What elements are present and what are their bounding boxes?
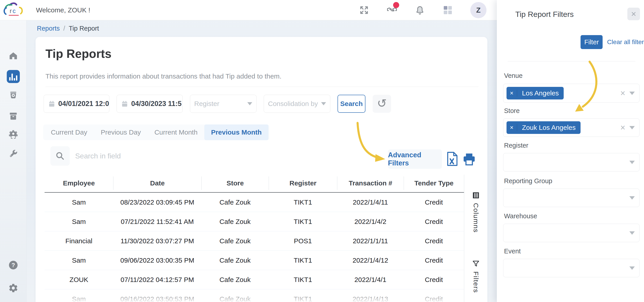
reporting-group-select[interactable] [503, 188, 640, 207]
chip-label: Los Angeles [517, 89, 564, 97]
chevron-down-icon[interactable] [629, 196, 635, 200]
register-panel-select[interactable] [503, 153, 640, 172]
tab-current-month[interactable]: Current Month [148, 124, 204, 140]
column-header-date[interactable]: Date [113, 176, 202, 190]
warehouse-label: Warehouse [504, 212, 537, 220]
chevron-down-icon[interactable] [629, 231, 635, 235]
event-label: Event [504, 248, 521, 255]
cell-register: TIKT1 [269, 290, 337, 302]
register-placeholder: Register [194, 100, 220, 108]
apps-grid-icon[interactable] [442, 5, 453, 16]
reset-button[interactable]: ↺ [373, 95, 391, 113]
date-from-input[interactable]: 04/01/2021 12:0 [44, 95, 109, 113]
cell-date: 11/30/2022 03:07:27 PM [113, 231, 202, 251]
user-avatar[interactable]: Z [470, 2, 486, 18]
date-from-value: 04/01/2021 12:0 [58, 100, 109, 108]
reporting-group-label: Reporting Group [504, 177, 552, 185]
table-row[interactable]: Sam 09/16/2022 03:50:53 PM Cafe Zouk TIK… [44, 290, 464, 302]
chip-remove-icon[interactable]: × [506, 124, 517, 131]
chip-remove-icon[interactable]: × [506, 90, 517, 97]
clear-icon[interactable]: × [620, 89, 625, 98]
page-title: Tip Reports [46, 47, 112, 60]
cell-tender-type: Credit [404, 290, 464, 302]
reports-chart-icon[interactable] [7, 70, 20, 83]
svg-text:c: c [12, 8, 16, 14]
notifications-bell-icon[interactable] [414, 5, 425, 16]
warehouse-select[interactable] [503, 224, 640, 242]
consolidation-select[interactable]: Consolidation by [264, 95, 330, 113]
tab-previous-month[interactable]: Previous Month [204, 124, 268, 140]
clear-all-filters-link[interactable]: Clear all filters [607, 35, 644, 49]
table-header: Employee Date Store Register Transaction… [44, 174, 464, 193]
register-select[interactable]: Register [190, 95, 256, 113]
cell-transaction: 2022/1/4/1 [337, 270, 404, 290]
topbar-icons: Z [359, 0, 486, 20]
tab-current-day[interactable]: Current Day [44, 124, 94, 140]
tab-previous-day[interactable]: Previous Day [94, 124, 148, 140]
search-button[interactable]: Search [338, 95, 366, 113]
staff-badge-icon[interactable] [8, 130, 18, 140]
chip-label: Zouk Los Angeles [517, 124, 581, 132]
inventory-box-icon[interactable] [8, 111, 18, 121]
columns-grid-icon[interactable] [472, 191, 480, 200]
chevron-down-icon[interactable] [629, 161, 635, 164]
settings-gear-icon[interactable] [8, 283, 18, 293]
cell-store: Cafe Zouk [202, 231, 269, 251]
cell-store: Cafe Zouk [202, 212, 269, 231]
table-search-icon[interactable] [50, 146, 70, 166]
cell-transaction: 2022/1/4/13 [337, 290, 404, 302]
notification-dot [393, 2, 399, 8]
column-header-employee[interactable]: Employee [44, 176, 113, 190]
advanced-filters-button[interactable]: Advanced Filters [388, 150, 442, 169]
export-excel-icon[interactable] [446, 151, 458, 166]
cell-tender-type: Credit [404, 270, 464, 290]
chevron-down-icon[interactable] [629, 92, 635, 95]
clear-icon[interactable]: × [620, 123, 625, 132]
chevron-down-icon [247, 102, 252, 105]
home-icon[interactable] [8, 50, 18, 61]
cell-store: Cafe Zouk [202, 270, 269, 290]
table-body: Sam 08/23/2022 03:09:45 PM Cafe Zouk TIK… [44, 193, 464, 302]
breadcrumb: Reports / Tip Report [37, 20, 99, 36]
column-header-store[interactable]: Store [202, 176, 269, 190]
column-header-register[interactable]: Register [269, 176, 337, 190]
cell-tender-type: Credit [404, 193, 464, 212]
date-to-input[interactable]: 04/30/2023 11:5 [116, 95, 183, 113]
cell-register: TIKT1 [269, 193, 337, 212]
brand-logo[interactable]: r c [2, 1, 25, 19]
cell-employee: Financial [44, 231, 113, 251]
chevron-down-icon[interactable] [629, 126, 635, 130]
chevron-down-icon[interactable] [629, 266, 635, 270]
cell-store: Cafe Zouk [202, 251, 269, 270]
tab-columns[interactable]: Columns [472, 203, 480, 233]
cell-transaction: 2022/1/1/11 [337, 231, 404, 251]
partnership-handshake-icon[interactable] [386, 5, 398, 16]
reset-icon: ↺ [377, 97, 387, 110]
breadcrumb-reports-link[interactable]: Reports [37, 25, 60, 32]
pos-register-icon[interactable] [8, 90, 18, 100]
table-row[interactable]: Sam 09/06/2022 03:00:35 PM Cafe Zouk TIK… [44, 251, 464, 270]
svg-text:r: r [10, 8, 12, 14]
tab-filters[interactable]: Filters [472, 272, 480, 293]
table-row[interactable]: Financial 11/30/2022 03:07:27 PM Cafe Zo… [44, 231, 464, 251]
table-row[interactable]: ZOUK 07/11/2022 04:12:57 PM Cafe Zouk TI… [44, 270, 464, 290]
print-icon[interactable] [462, 152, 476, 166]
apply-filter-button[interactable]: Filter [580, 35, 602, 49]
cell-store: Cafe Zouk [202, 193, 269, 212]
search-in-field-input[interactable] [75, 146, 237, 166]
filter-funnel-icon[interactable] [472, 259, 480, 268]
cell-tender-type: Credit [404, 212, 464, 231]
help-icon[interactable]: ? [8, 260, 18, 270]
table-row[interactable]: Sam 08/23/2022 03:09:45 PM Cafe Zouk TIK… [44, 193, 464, 212]
table-row[interactable]: Sam 07/21/2022 11:52:41 AM Cafe Zouk TIK… [44, 212, 464, 231]
venue-select[interactable]: × Los Angeles × [503, 84, 640, 102]
column-header-transaction[interactable]: Transaction # [337, 176, 404, 190]
calendar-icon [121, 100, 128, 108]
tools-wrench-icon[interactable] [8, 148, 18, 159]
event-select[interactable] [503, 259, 640, 277]
app-root: ? r c Welcome, ZOUK ! [0, 0, 644, 302]
store-select[interactable]: × Zouk Los Angeles × [503, 118, 640, 137]
fullscreen-icon[interactable] [359, 5, 370, 16]
close-icon[interactable] [627, 8, 640, 20]
column-header-tender-type[interactable]: Tender Type [404, 176, 464, 190]
